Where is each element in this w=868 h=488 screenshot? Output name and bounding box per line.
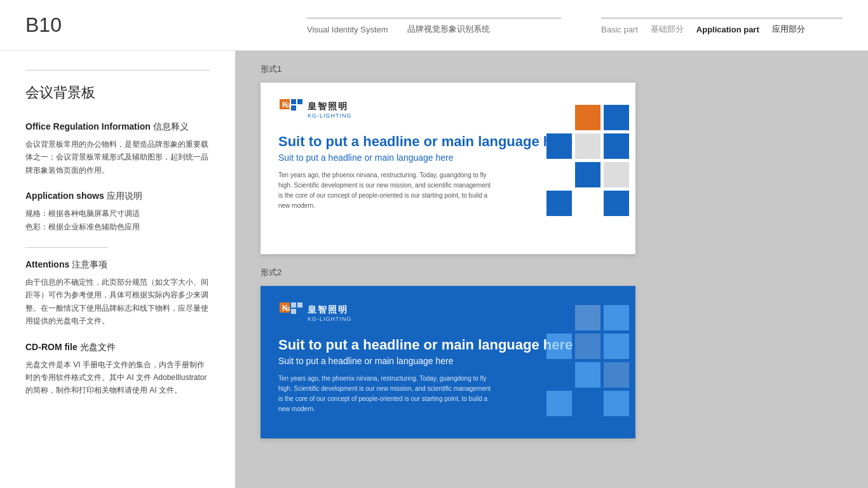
- sidebar: 会议背景板 Office Regulation Information 信息释义…: [0, 51, 235, 488]
- section-info-body: 会议背景板常用的办公物料，是塑造品牌形象的重要载体之一；会议背景板常规形式及辅助…: [25, 138, 210, 177]
- svg-rect-23: [546, 334, 572, 359]
- svg-rect-17: [291, 309, 296, 314]
- nav-basic-en: Basic part: [601, 25, 638, 34]
- brand-en: KG-LIGHTING: [308, 112, 352, 119]
- card1-white: K G 皇智照明 KG-LIGHTING Suit to put a headl…: [261, 83, 635, 254]
- svg-rect-2: [291, 105, 296, 111]
- sidebar-title: 会议背景板: [25, 83, 210, 102]
- nav-app-cn: 应用部分: [772, 24, 805, 35]
- card2-brand-name: 皇智照明 KG-LIGHTING: [308, 304, 352, 322]
- svg-rect-21: [575, 305, 600, 330]
- main-layout: 会议背景板 Office Regulation Information 信息释义…: [0, 51, 868, 488]
- section-info: Office Regulation Information 信息释义 会议背景板…: [25, 121, 210, 177]
- section-info-heading: Office Regulation Information 信息释义: [25, 121, 210, 133]
- sidebar-top-divider: [25, 70, 210, 71]
- nav-basic-cn: 基础部分: [651, 24, 684, 35]
- svg-rect-12: [604, 162, 629, 187]
- svg-rect-18: [297, 302, 302, 308]
- svg-rect-13: [546, 191, 572, 216]
- card2-inner: K G 皇智照明 KG-LIGHTING Suit to put a headl…: [261, 286, 635, 438]
- section-app: Application shows 应用说明 规格：根据各种电脑屏幕尺寸调适 色…: [25, 191, 210, 233]
- svg-rect-7: [604, 105, 629, 130]
- card1-brand-name: 皇智照明 KG-LIGHTING: [308, 101, 352, 119]
- svg-rect-9: [575, 133, 600, 159]
- section-att-body: 由于信息的不确定性，此页部分规范（如文字大小、间距等）可作为参考使用，具体可根据…: [25, 276, 210, 328]
- form1-label: 形式1: [261, 64, 843, 75]
- form2-label: 形式2: [261, 267, 843, 278]
- brand-kg-icon: K G: [278, 98, 302, 122]
- section-cd-body: 光盘文件是本 VI 手册电子文件的集合，内含手册制作时的专用软件格式文件。其中 …: [25, 358, 210, 397]
- brand-cn: 皇智照明: [308, 101, 352, 112]
- svg-rect-28: [546, 391, 572, 416]
- svg-text:G: G: [286, 306, 290, 312]
- card1-inner: K G 皇智照明 KG-LIGHTING Suit to put a headl…: [261, 83, 635, 254]
- svg-rect-1: [291, 99, 296, 104]
- svg-rect-11: [575, 162, 600, 187]
- svg-rect-27: [604, 362, 629, 388]
- svg-rect-3: [297, 99, 302, 104]
- svg-text:G: G: [286, 102, 290, 109]
- nav-vi-en: Visual Identity System: [307, 25, 388, 34]
- svg-rect-6: [575, 105, 600, 130]
- checker-pattern-card1: [512, 92, 635, 219]
- card1-body: Ten years ago, the phoenix nirvana, rest…: [278, 170, 494, 211]
- svg-rect-22: [604, 305, 629, 330]
- sidebar-divider: [25, 247, 108, 248]
- svg-rect-16: [291, 302, 296, 308]
- svg-rect-10: [604, 133, 629, 159]
- content-area: 形式1 K G: [235, 51, 868, 488]
- card2-body: Ten years ago, the phoenix nirvana, rest…: [278, 374, 494, 414]
- brand-kg-icon-white: K G: [278, 301, 302, 325]
- section-cd-heading: CD-ROM file 光盘文件: [25, 342, 210, 353]
- section-app-body: 规格：根据各种电脑屏幕尺寸调适 色彩：根据企业标准色辅助色应用: [25, 207, 210, 233]
- section-att-heading: Attentions 注意事项: [25, 259, 210, 271]
- svg-rect-24: [575, 334, 600, 359]
- nav-vi-cn: 品牌视觉形象识别系统: [407, 24, 490, 35]
- svg-rect-26: [575, 362, 600, 388]
- brand-en-white: KG-LIGHTING: [308, 316, 352, 322]
- brand-cn-white: 皇智照明: [308, 304, 352, 316]
- card2-blue: K G 皇智照明 KG-LIGHTING Suit to put a headl…: [261, 286, 635, 438]
- header: B10 Visual Identity System 品牌视觉形象识别系统 Ba…: [0, 0, 868, 51]
- section-cdrom: CD-ROM file 光盘文件 光盘文件是本 VI 手册电子文件的集合，内含手…: [25, 342, 210, 397]
- section-attentions: Attentions 注意事项 由于信息的不确定性，此页部分规范（如文字大小、间…: [25, 259, 210, 328]
- page-number: B10: [25, 13, 62, 37]
- svg-rect-8: [546, 133, 572, 159]
- svg-rect-14: [604, 191, 629, 216]
- section-app-heading: Application shows 应用说明: [25, 191, 210, 202]
- checker-pattern-card2: [512, 292, 635, 432]
- svg-rect-29: [604, 391, 629, 416]
- nav-app-en: Application part: [696, 25, 759, 34]
- svg-rect-25: [604, 334, 629, 359]
